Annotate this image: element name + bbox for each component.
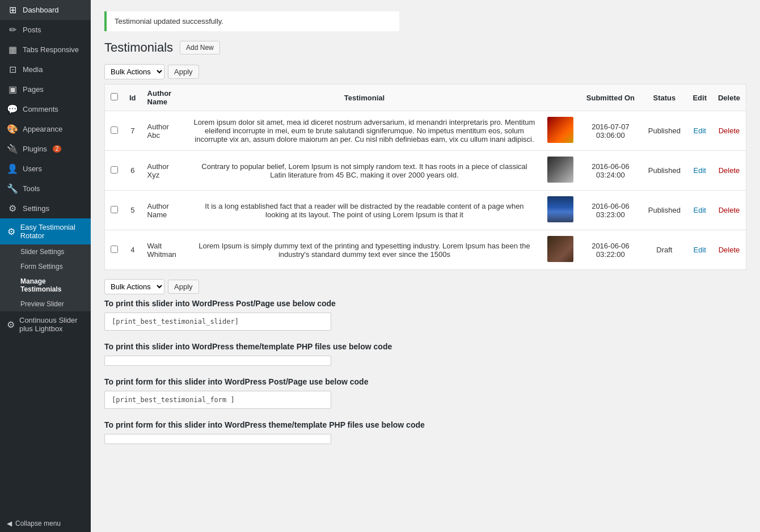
row-id: 4: [124, 230, 142, 270]
col-header-checkbox: [105, 85, 124, 111]
row-delete-cell: Delete: [712, 111, 746, 151]
sidebar-item-label: Appearance: [23, 125, 62, 133]
row-edit-cell: Edit: [687, 151, 712, 191]
media-icon: ⊡: [7, 64, 18, 75]
table-row: 7 Author Abc Lorem ipsum dolor sit amet,…: [105, 111, 746, 151]
edit-link-7[interactable]: Edit: [693, 126, 706, 135]
sidebar-item-preview-slider[interactable]: Preview Slider: [0, 297, 91, 311]
sidebar-item-dashboard[interactable]: ⊞ Dashboard: [0, 0, 91, 20]
bulk-actions-dropdown-bottom[interactable]: Bulk Actions: [104, 279, 164, 294]
sidebar: ⊞ Dashboard ✏ Posts ▦ Tabs Responsive ⊡ …: [0, 0, 91, 532]
continuous-slider-icon: ⚙: [7, 319, 15, 330]
sidebar-item-plugins[interactable]: 🔌 Plugins 2: [0, 139, 91, 159]
code-sections: To print this slider into WordPress Post…: [104, 299, 746, 444]
apply-button-bottom[interactable]: Apply: [168, 280, 199, 294]
code-box-form-post-page[interactable]: [print_best_testimonial_form ]: [104, 391, 331, 409]
settings-icon: ⚙: [7, 203, 18, 214]
edit-link-6[interactable]: Edit: [693, 166, 706, 175]
pages-icon: ▣: [7, 84, 18, 95]
sidebar-item-appearance[interactable]: 🎨 Appearance: [0, 119, 91, 139]
testimonial-thumbnail: [547, 236, 573, 262]
code-box-post-page-shortcode[interactable]: [print_best_testimonial_slider]: [104, 313, 331, 331]
table-row: 5 Author Name It is a long established f…: [105, 191, 746, 230]
sub-item-label: Form Settings: [20, 263, 63, 271]
row-submitted: 2016-06-06 03:24:00: [579, 151, 641, 191]
add-new-button[interactable]: Add New: [180, 41, 220, 54]
sidebar-item-tools[interactable]: 🔧 Tools: [0, 179, 91, 199]
row-checkbox-4[interactable]: [111, 246, 118, 253]
code-section-post-page-shortcode: To print this slider into WordPress Post…: [104, 299, 746, 331]
sidebar-item-users[interactable]: 👤 Users: [0, 159, 91, 179]
comments-icon: 💬: [7, 104, 18, 115]
row-status: Published: [641, 111, 687, 151]
row-id: 5: [124, 191, 142, 230]
collapse-menu[interactable]: ◀ Collapse menu: [0, 515, 91, 532]
row-testimonial: Lorem ipsum dolor sit amet, mea id dicer…: [187, 111, 542, 151]
row-author: Author Abc: [142, 111, 187, 151]
testimonial-thumbnail: [547, 117, 573, 143]
col-header-author: Author Name: [142, 85, 187, 111]
row-submitted: 2016-07-07 03:06:00: [579, 111, 641, 151]
row-checkbox-7[interactable]: [111, 126, 118, 134]
edit-link-5[interactable]: Edit: [693, 206, 706, 214]
users-icon: 👤: [7, 163, 18, 174]
dashboard-icon: ⊞: [7, 5, 18, 15]
success-message: Testimonial updated successfully.: [115, 17, 223, 26]
select-all-checkbox-top[interactable]: [111, 93, 118, 100]
delete-link-6[interactable]: Delete: [719, 166, 740, 175]
row-id: 7: [124, 111, 142, 151]
bulk-actions-dropdown-top[interactable]: Bulk Actions: [104, 64, 164, 79]
posts-icon: ✏: [7, 24, 18, 35]
row-status: Published: [641, 151, 687, 191]
code-section-heading: To print form for this slider into WordP…: [104, 377, 746, 386]
sidebar-item-label: Users: [23, 164, 42, 173]
sidebar-item-settings[interactable]: ⚙ Settings: [0, 199, 91, 218]
sidebar-item-media[interactable]: ⊡ Media: [0, 60, 91, 79]
col-header-submitted: Submitted On: [579, 85, 641, 111]
col-header-edit: Edit: [687, 85, 712, 111]
row-author: Walt Whitman: [142, 230, 187, 270]
sub-item-label: Manage Testimonials: [20, 277, 61, 293]
sidebar-item-label: Continuous Slider plus Lightbox: [19, 316, 84, 333]
row-image: [542, 191, 579, 230]
sidebar-item-tabs-responsive[interactable]: ▦ Tabs Responsive: [0, 40, 91, 60]
sidebar-item-posts[interactable]: ✏ Posts: [0, 20, 91, 40]
sidebar-item-label: Comments: [23, 105, 58, 113]
easy-testimonial-submenu: Slider Settings Form Settings Manage Tes…: [0, 244, 91, 311]
delete-link-5[interactable]: Delete: [719, 206, 740, 214]
sidebar-item-label: Posts: [23, 26, 41, 34]
row-checkbox-cell: [105, 111, 124, 151]
code-box-form-php[interactable]: [104, 434, 331, 444]
sidebar-item-label: Easy Testimonial Rotator: [20, 223, 84, 240]
code-box-php-shortcode[interactable]: [104, 356, 331, 366]
row-testimonial: Lorem Ipsum is simply dummy text of the …: [187, 230, 542, 270]
sidebar-item-easy-testimonial[interactable]: ⚙ Easy Testimonial Rotator: [0, 218, 91, 244]
row-id: 6: [124, 151, 142, 191]
col-header-image: [542, 85, 579, 111]
sidebar-item-comments[interactable]: 💬 Comments: [0, 99, 91, 119]
col-header-delete: Delete: [712, 85, 746, 111]
sidebar-item-continuous-slider[interactable]: ⚙ Continuous Slider plus Lightbox: [0, 311, 91, 337]
sidebar-item-slider-settings[interactable]: Slider Settings: [0, 244, 91, 259]
delete-link-4[interactable]: Delete: [719, 246, 740, 254]
delete-link-7[interactable]: Delete: [719, 126, 740, 135]
sidebar-item-manage-testimonials[interactable]: Manage Testimonials: [0, 274, 91, 297]
page-header: Testimonials Add New: [104, 40, 746, 55]
sidebar-item-pages[interactable]: ▣ Pages: [0, 79, 91, 99]
collapse-icon: ◀: [7, 520, 12, 527]
row-checkbox-6[interactable]: [111, 166, 118, 174]
table-row: 4 Walt Whitman Lorem Ipsum is simply dum…: [105, 230, 746, 270]
col-header-id: Id: [124, 85, 142, 111]
row-checkbox-5[interactable]: [111, 206, 118, 213]
sidebar-item-form-settings[interactable]: Form Settings: [0, 259, 91, 274]
edit-link-4[interactable]: Edit: [693, 246, 706, 254]
testimonials-table: Id Author Name Testimonial Submitted On …: [104, 84, 746, 270]
page-title: Testimonials: [104, 40, 173, 55]
easy-testimonial-icon: ⚙: [7, 226, 16, 237]
apply-button-top[interactable]: Apply: [168, 65, 199, 79]
row-delete-cell: Delete: [712, 230, 746, 270]
code-section-form-php: To print form for this slider into WordP…: [104, 420, 746, 444]
sub-item-label: Slider Settings: [20, 248, 64, 256]
code-section-heading: To print this slider into WordPress Post…: [104, 299, 746, 308]
row-delete-cell: Delete: [712, 191, 746, 230]
